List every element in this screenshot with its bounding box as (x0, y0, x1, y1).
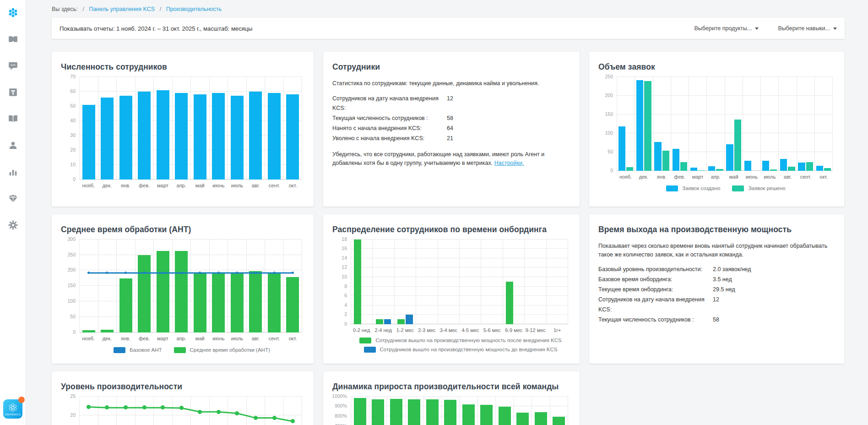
bar[interactable] (535, 412, 547, 425)
data-point[interactable] (254, 416, 258, 420)
plot-area: 024681012141618 (351, 240, 568, 324)
bar[interactable] (553, 417, 565, 425)
x-axis-label: сент. (265, 336, 284, 341)
category-column (209, 77, 228, 180)
bar[interactable] (138, 92, 151, 180)
bar[interactable] (824, 168, 831, 171)
bar[interactable] (157, 90, 169, 180)
bar[interactable] (249, 92, 262, 180)
sidebar-item-hive[interactable] (7, 7, 19, 18)
y-axis-label: 1000% (330, 393, 347, 399)
y-axis-label: 4 (330, 302, 347, 308)
bar[interactable] (770, 169, 777, 170)
skills-dropdown[interactable]: Выберите навыки... (778, 25, 837, 32)
bar[interactable] (480, 405, 493, 425)
legend-item[interactable]: Сотрудников вышло на производственную мо… (364, 347, 558, 353)
x-axis-label: май (725, 174, 743, 180)
bar[interactable] (762, 161, 769, 171)
bar[interactable] (744, 161, 751, 170)
bar[interactable] (806, 162, 813, 171)
bar[interactable] (734, 120, 741, 171)
bar[interactable] (406, 315, 413, 324)
breadcrumb-link-productivity[interactable]: Производительность (166, 6, 222, 12)
bar[interactable] (376, 319, 383, 324)
bar[interactable] (390, 399, 402, 425)
y-axis-label: 0 (330, 321, 347, 327)
bar[interactable] (690, 168, 697, 171)
plot-grid (79, 77, 302, 180)
bar[interactable] (101, 98, 114, 180)
card-onboarding-distribution: Распределение сотрудников по времени онб… (323, 214, 580, 364)
bar[interactable] (194, 94, 206, 180)
bar[interactable] (175, 93, 188, 180)
products-dropdown[interactable]: Выберите продукты... (694, 25, 759, 32)
sidebar-item-text[interactable] (7, 87, 19, 98)
bar[interactable] (231, 96, 244, 179)
bar[interactable] (636, 80, 643, 171)
hive-icon (7, 7, 19, 18)
bar[interactable] (354, 240, 361, 324)
bar[interactable] (384, 319, 391, 324)
sidebar-item-chat[interactable] (7, 60, 19, 71)
bar[interactable] (408, 399, 420, 425)
bar[interactable] (506, 282, 513, 324)
report-period-text: Показывать отчеты: 1 нояб. 2024 г. – 31 … (60, 25, 252, 32)
bar[interactable] (354, 398, 366, 425)
x-axis-label: дек. (98, 336, 117, 341)
bar[interactable] (788, 167, 795, 171)
breadcrumb-link-kcs-dashboard[interactable]: Панель управления KCS (89, 6, 155, 12)
bar[interactable] (626, 167, 633, 171)
bar[interactable] (816, 166, 823, 171)
bar[interactable] (397, 319, 405, 324)
legend-item[interactable]: Среднее время обработки (АНТ) (174, 347, 270, 353)
bar[interactable] (680, 162, 687, 171)
data-point[interactable] (179, 406, 184, 410)
legend-label: Базовое АНТ (130, 347, 162, 353)
sidebar-item-diamond[interactable] (7, 193, 19, 204)
data-point[interactable] (142, 405, 146, 409)
bar[interactable] (654, 142, 661, 170)
bar[interactable] (516, 413, 529, 425)
bar[interactable] (372, 399, 384, 425)
bar[interactable] (780, 159, 787, 170)
bar[interactable] (444, 400, 456, 425)
data-point[interactable] (272, 416, 277, 420)
sidebar-item-ticket[interactable] (7, 33, 19, 45)
bar[interactable] (716, 169, 723, 171)
bar[interactable] (708, 166, 715, 171)
bar[interactable] (426, 399, 439, 425)
bar[interactable] (673, 149, 679, 171)
bar[interactable] (82, 105, 95, 180)
legend-item[interactable]: Заявок создано (666, 185, 720, 191)
data-point[interactable] (217, 410, 221, 414)
sidebar-item-gear[interactable] (7, 219, 19, 231)
bar[interactable] (268, 93, 281, 180)
sidebar-item-book[interactable] (7, 113, 19, 125)
data-point[interactable] (198, 410, 202, 414)
bar[interactable] (212, 93, 225, 180)
sidebar-item-bar-chart[interactable] (7, 166, 19, 178)
bar[interactable] (662, 151, 669, 170)
legend-item[interactable]: Базовое АНТ (114, 347, 162, 353)
bar[interactable] (499, 407, 511, 425)
legend-item[interactable]: Заявок решено (732, 185, 785, 191)
stat-value: 21 (447, 134, 453, 144)
swarmica-logo[interactable]: SWARMICA (3, 399, 22, 419)
data-point[interactable] (87, 405, 91, 409)
bar[interactable] (119, 96, 132, 179)
settings-link[interactable]: Настройки. (494, 160, 524, 166)
bar[interactable] (798, 163, 805, 171)
category-column (441, 397, 460, 425)
data-point[interactable] (143, 272, 146, 274)
bar[interactable] (462, 404, 475, 425)
bar[interactable] (618, 126, 625, 171)
bar[interactable] (286, 94, 299, 180)
legend-label: Сотрудников вышло на производственную мо… (375, 338, 561, 343)
sidebar-item-person[interactable] (7, 140, 19, 151)
legend-item[interactable]: Сотрудников вышло на производственную мо… (359, 338, 561, 343)
bar[interactable] (644, 81, 651, 171)
bar[interactable] (698, 170, 705, 171)
bar[interactable] (726, 144, 733, 170)
legend-swatch (732, 185, 744, 191)
category-column (760, 77, 778, 171)
